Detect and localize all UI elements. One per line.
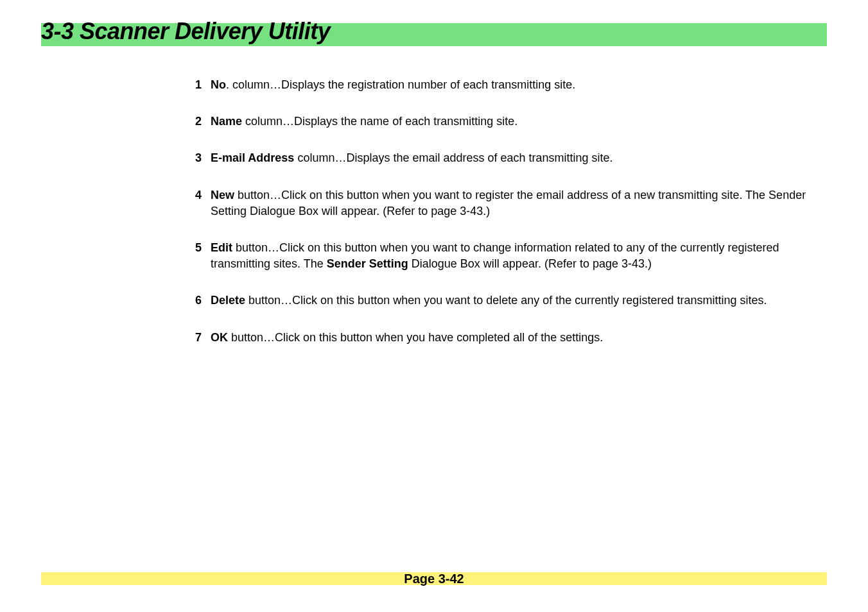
- item-number: 2: [195, 114, 211, 130]
- item-body: Delete button…Click on this button when …: [211, 293, 827, 309]
- item-bold-2: Sender Setting: [327, 257, 408, 270]
- item-body: E-mail Address column…Displays the email…: [211, 150, 827, 166]
- list-item: 4 New button…Click on this button when y…: [195, 187, 827, 219]
- item-number: 3: [195, 150, 211, 166]
- item-text-after: Dialogue Box will appear. (Refer to page…: [408, 257, 652, 270]
- item-number: 6: [195, 293, 211, 309]
- item-number: 1: [195, 77, 211, 93]
- content-area: 1 No. column…Displays the registration n…: [195, 77, 827, 366]
- list-item: 6 Delete button…Click on this button whe…: [195, 293, 827, 309]
- item-bold: Name: [211, 115, 242, 128]
- item-text: . column…Displays the registration numbe…: [226, 78, 575, 91]
- item-number: 7: [195, 330, 211, 346]
- item-number: 5: [195, 240, 211, 272]
- item-bold: Delete: [211, 294, 245, 307]
- item-bold: New: [211, 189, 234, 201]
- item-bold: Edit: [211, 241, 232, 254]
- item-text: column…Displays the email address of eac…: [294, 151, 612, 164]
- item-text: button…Click on this button when you hav…: [228, 331, 603, 344]
- item-body: New button…Click on this button when you…: [211, 187, 827, 219]
- item-body: No. column…Displays the registration num…: [211, 77, 827, 93]
- list-item: 2 Name column…Displays the name of each …: [195, 114, 827, 130]
- item-bold: OK: [211, 331, 228, 344]
- list-item: 5 Edit button…Click on this button when …: [195, 240, 827, 272]
- item-text: button…Click on this button when you wan…: [245, 294, 767, 307]
- list-item: 3 E-mail Address column…Displays the ema…: [195, 150, 827, 166]
- item-bold: E-mail Address: [211, 151, 294, 164]
- item-text: button…Click on this button when you wan…: [211, 189, 806, 217]
- item-body: Edit button…Click on this button when yo…: [211, 240, 827, 272]
- item-bold: No: [211, 78, 226, 91]
- item-number: 4: [195, 187, 211, 219]
- item-body: OK button…Click on this button when you …: [211, 330, 827, 346]
- item-body: Name column…Displays the name of each tr…: [211, 114, 827, 130]
- item-text: column…Displays the name of each transmi…: [242, 115, 517, 128]
- section-title: 3-3 Scanner Delivery Utility: [41, 18, 330, 45]
- list-item: 1 No. column…Displays the registration n…: [195, 77, 827, 93]
- list-item: 7 OK button…Click on this button when yo…: [195, 330, 827, 346]
- page-number: Page 3-42: [0, 572, 868, 586]
